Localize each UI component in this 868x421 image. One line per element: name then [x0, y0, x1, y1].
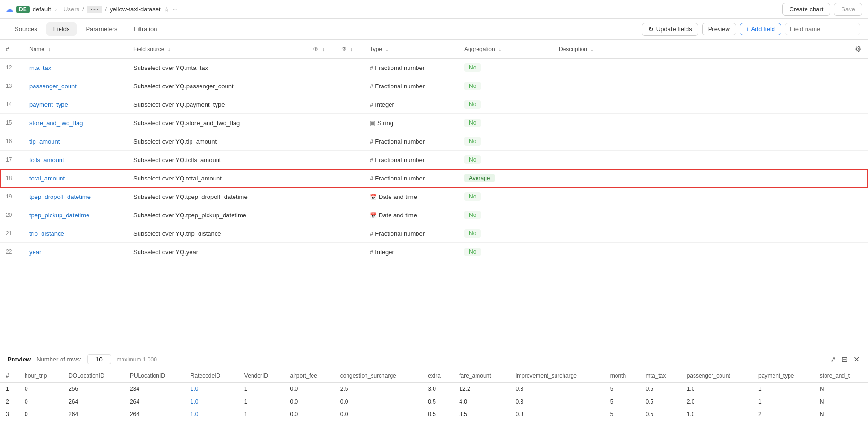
preview-cell: 2.5: [335, 383, 422, 395]
preview-cell: 0.3: [510, 395, 605, 408]
preview-cell: 264: [124, 395, 185, 408]
preview-rows-label: Number of rows:: [36, 356, 81, 363]
col-header-settings[interactable]: ⚙: [849, 40, 868, 59]
preview-cell: 0.5: [422, 408, 453, 421]
tab-bar: Sources Fields Parameters Filtration ↻ U…: [0, 19, 868, 40]
workspace-name[interactable]: default: [33, 6, 51, 13]
preview-cell: 1: [239, 408, 285, 421]
update-fields-button[interactable]: ↻ Update fields: [642, 23, 698, 36]
preview-cell: 0.0: [285, 408, 335, 421]
cell-visibility: [307, 169, 336, 188]
star-icon[interactable]: ☆: [164, 6, 170, 13]
preview-col-header: airport_fee: [285, 369, 335, 383]
breadcrumb-sep2: /: [82, 6, 84, 13]
cell-type: #Fractional number: [364, 59, 459, 77]
breadcrumb-middle[interactable]: ·····: [87, 6, 103, 13]
cell-aggregation: No: [459, 132, 553, 151]
cell-visibility: [307, 188, 336, 206]
col-header-type[interactable]: Type ↓: [364, 40, 459, 59]
field-name-input[interactable]: [785, 23, 860, 35]
preview-cell: 1: [0, 383, 19, 395]
preview-cell: 1.0: [185, 395, 239, 408]
col-header-field-source[interactable]: Field source ↓: [128, 40, 307, 59]
preview-cell: 0.5: [640, 395, 681, 408]
tab-filtration[interactable]: Filtration: [127, 22, 165, 36]
cell-name: total_amount: [24, 169, 128, 188]
tab-sources[interactable]: Sources: [8, 22, 44, 36]
cell-visibility: [307, 151, 336, 169]
col-header-description[interactable]: Description ↓: [553, 40, 849, 59]
cell-name: tip_amount: [24, 132, 128, 151]
cell-name: payment_type: [24, 95, 128, 114]
cell-filter: [336, 132, 364, 151]
cell-filter: [336, 169, 364, 188]
preview-cell: 0: [19, 408, 63, 421]
cell-type: #Fractional number: [364, 169, 459, 188]
cell-type: 📅Date and time: [364, 206, 459, 224]
col-header-aggregation[interactable]: Aggregation ↓: [459, 40, 553, 59]
expand-preview-button[interactable]: ⤢: [829, 354, 837, 365]
cell-name: tpep_dropoff_datetime: [24, 188, 128, 206]
cell-description: [553, 169, 849, 188]
preview-section: Preview Number of rows: maximum 1 000 ⤢ …: [0, 350, 868, 421]
top-bar-actions: Create chart Save: [782, 3, 862, 16]
tab-fields[interactable]: Fields: [46, 22, 77, 36]
preview-col-header: fare_amount: [453, 369, 510, 383]
cell-name: mta_tax: [24, 59, 128, 77]
cell-description: [553, 224, 849, 243]
preview-cell: 1.0: [681, 408, 753, 421]
cell-filter: [336, 77, 364, 95]
preview-cell: 0.0: [285, 395, 335, 408]
cell-aggregation: No: [459, 151, 553, 169]
col-header-filter[interactable]: ⚗ ↓: [336, 40, 364, 59]
preview-col-header: PULocationID: [124, 369, 185, 383]
preview-cell: 0.5: [640, 383, 681, 395]
cell-type: #Fractional number: [364, 151, 459, 169]
table-row: 19 tpep_dropoff_datetime Subselect over …: [0, 188, 868, 206]
cell-description: [553, 114, 849, 132]
cell-field-source: Subselect over YQ.year: [128, 243, 307, 261]
preview-col-header: congestion_surcharge: [335, 369, 422, 383]
preview-title: Preview: [8, 356, 31, 363]
cell-num: 17: [0, 151, 24, 169]
cell-field-source: Subselect over YQ.tolls_amount: [128, 151, 307, 169]
cell-visibility: [307, 77, 336, 95]
cell-name: tpep_pickup_datetime: [24, 206, 128, 224]
col-header-name[interactable]: Name ↓: [24, 40, 128, 59]
cell-filter: [336, 243, 364, 261]
preview-rows-input[interactable]: [87, 354, 111, 364]
add-field-button[interactable]: + Add field: [740, 23, 781, 35]
table-row: 12 mta_tax Subselect over YQ.mta_tax #Fr…: [0, 59, 868, 77]
preview-cell: 256: [63, 383, 124, 395]
breadcrumb-sep3: /: [105, 6, 107, 13]
cell-num: 21: [0, 224, 24, 243]
cell-type: #Integer: [364, 243, 459, 261]
preview-button[interactable]: Preview: [702, 23, 736, 35]
cell-field-source: Subselect over YQ.mta_tax: [128, 59, 307, 77]
layout-preview-button[interactable]: ⊟: [841, 354, 849, 365]
cell-aggregation: No: [459, 95, 553, 114]
table-row: 13 passenger_count Subselect over YQ.pas…: [0, 77, 868, 95]
preview-col-header: hour_trip: [19, 369, 63, 383]
cell-description: [553, 188, 849, 206]
col-header-visibility[interactable]: 👁 ↓: [307, 40, 336, 59]
workspace-badge[interactable]: DE: [16, 6, 30, 13]
cell-aggregation: Average: [459, 169, 553, 188]
cell-aggregation: No: [459, 77, 553, 95]
preview-col-header: payment_type: [753, 369, 814, 383]
cell-description: [553, 206, 849, 224]
cell-num: 14: [0, 95, 24, 114]
close-preview-button[interactable]: ✕: [852, 354, 860, 365]
preview-cell: N: [814, 408, 868, 421]
preview-table: #hour_tripDOLocationIDPULocationIDRateco…: [0, 369, 868, 421]
more-options-icon[interactable]: ···: [173, 6, 178, 13]
cell-name: store_and_fwd_flag: [24, 114, 128, 132]
cell-visibility: [307, 243, 336, 261]
save-button[interactable]: Save: [834, 3, 862, 16]
tab-parameters[interactable]: Parameters: [78, 22, 124, 36]
cell-description: [553, 132, 849, 151]
preview-col-header: improvement_surcharge: [510, 369, 605, 383]
create-chart-button[interactable]: Create chart: [782, 3, 831, 16]
cell-description: [553, 59, 849, 77]
breadcrumb-users[interactable]: Users: [63, 6, 79, 13]
